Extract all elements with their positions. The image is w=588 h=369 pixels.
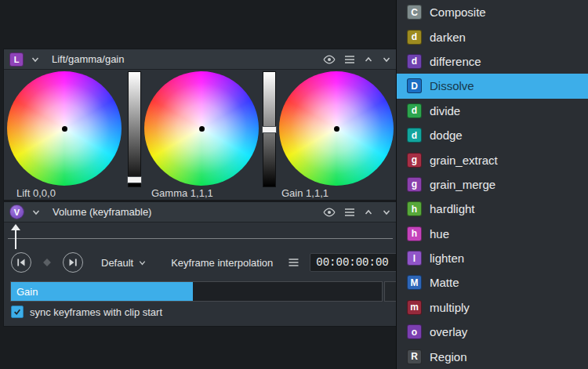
blend-mode-option[interactable]: C Composite: [397, 0, 588, 24]
keyframe-toolbar: Default Keyframe interpolation 00:00:00:…: [4, 251, 397, 273]
volume-panel: V Volume (keyframable): [3, 201, 397, 327]
add-keyframe-button[interactable]: [40, 255, 54, 270]
blend-mode-option-label: grain_extract: [430, 154, 498, 167]
keyframe-interpolation-label: Keyframe interpolation: [171, 257, 273, 269]
blend-mode-option[interactable]: M Matte: [397, 270, 588, 295]
gamma-wheel-cursor[interactable]: [199, 126, 205, 132]
blend-mode-option-label: hue: [430, 227, 449, 241]
blend-mode-option[interactable]: D Dissolve: [397, 74, 588, 98]
gamma-color-wheel[interactable]: [144, 71, 259, 186]
gain-slider-label: Gain: [16, 282, 38, 301]
gamma-level-handle[interactable]: [262, 126, 277, 133]
gain-value-label: Gain 1,1,1: [281, 187, 328, 199]
blend-mode-icon: h: [407, 201, 422, 216]
panel-title: Lift/gamma/gain: [52, 53, 125, 65]
panel-header-actions: [323, 202, 391, 222]
blend-mode-option[interactable]: g grain_extract: [397, 147, 588, 172]
volume-panel-header: V Volume (keyframable): [4, 202, 397, 222]
blend-mode-list: C Composite d darken d difference D Diss…: [396, 0, 588, 369]
lift-wheel-cursor[interactable]: [62, 126, 67, 132]
blend-mode-option-label: Composite: [430, 5, 486, 19]
blend-mode-icon: C: [407, 5, 422, 20]
chevron-up-icon[interactable]: [364, 208, 373, 217]
blend-mode-option-label: hardlight: [430, 202, 475, 215]
blend-mode-option-label: overlay: [430, 325, 467, 338]
lift-panel-header: L Lift/gamma/gain: [4, 49, 397, 70]
chevron-up-icon[interactable]: [364, 55, 373, 64]
collapse-chevron-icon[interactable]: [31, 208, 41, 217]
lift-gamma-gain-panel: L Lift/gamma/gain: [3, 49, 397, 201]
blend-mode-icon: o: [407, 324, 422, 339]
blend-mode-option[interactable]: d dodge: [397, 123, 588, 147]
blend-mode-icon: g: [407, 177, 422, 192]
collapse-chevron-icon[interactable]: [31, 55, 40, 64]
gain-color-wheel[interactable]: [279, 71, 394, 186]
blend-mode-icon: d: [407, 30, 422, 45]
sync-keyframes-label[interactable]: sync keyframes with clip start: [30, 306, 162, 318]
blend-mode-icon: h: [407, 226, 422, 241]
blend-mode-option[interactable]: l lighten: [397, 246, 588, 270]
check-icon: [13, 308, 21, 316]
interpolation-menu-icon[interactable]: [288, 258, 299, 267]
blend-mode-option[interactable]: d darken: [397, 24, 588, 49]
eye-icon[interactable]: [323, 206, 336, 219]
menu-icon[interactable]: [344, 55, 355, 64]
chevron-down-icon[interactable]: [382, 55, 391, 64]
blend-mode-option-label: dodge: [430, 128, 463, 142]
blend-mode-option-label: Region: [430, 350, 467, 364]
blend-mode-icon: d: [407, 103, 422, 118]
lift-level-slider[interactable]: [128, 71, 141, 187]
chevron-down-icon[interactable]: [382, 208, 391, 217]
effect-badge-icon: V: [9, 204, 24, 219]
blend-mode-option-label: Dissolve: [430, 79, 474, 92]
blend-mode-option[interactable]: R Region: [397, 344, 588, 368]
kdenlive-effects-screen: L Lift/gamma/gain: [0, 0, 588, 369]
ruler-line: [8, 238, 393, 239]
blend-mode-option-label: difference: [430, 55, 481, 68]
preset-select-value: Default: [101, 257, 133, 269]
lift-level-handle[interactable]: [127, 176, 142, 183]
blend-mode-option-label: Matte: [430, 276, 459, 289]
blend-mode-option-label: grain_merge: [430, 178, 495, 191]
keyframe-ruler[interactable]: [4, 223, 397, 250]
blend-mode-icon: d: [407, 128, 422, 143]
blend-mode-icon: l: [407, 251, 422, 266]
panel-header-actions: [323, 49, 391, 69]
blend-mode-icon: d: [407, 54, 422, 69]
preset-select[interactable]: Default: [101, 257, 147, 269]
menu-icon[interactable]: [344, 208, 355, 217]
playhead-marker[interactable]: [11, 224, 20, 250]
next-keyframe-button[interactable]: [63, 252, 83, 273]
blend-mode-option[interactable]: m multiply: [397, 295, 588, 320]
sync-keyframes-row: sync keyframes with clip start: [11, 306, 162, 318]
chevron-down-icon: [138, 259, 147, 267]
blend-mode-option-label: multiply: [430, 301, 470, 314]
effect-badge-icon: L: [9, 52, 24, 67]
blend-mode-option[interactable]: d difference: [397, 49, 588, 74]
blend-mode-option-label: lighten: [430, 251, 464, 265]
blend-mode-option[interactable]: d divide: [397, 99, 588, 123]
blend-mode-icon: R: [407, 349, 422, 364]
blend-mode-icon: m: [407, 300, 422, 315]
gamma-value-label: Gamma 1,1,1: [151, 187, 213, 199]
blend-mode-icon: M: [407, 275, 422, 290]
timecode-input[interactable]: 00:00:00:00: [310, 253, 397, 272]
blend-mode-icon: g: [407, 153, 422, 168]
lift-value-label: Lift 0,0,0: [16, 187, 56, 199]
blend-mode-option[interactable]: g grain_merge: [397, 172, 588, 197]
previous-keyframe-button[interactable]: [11, 252, 31, 273]
gain-slider-fill: [11, 282, 193, 301]
blend-mode-icon: D: [407, 78, 422, 93]
gain-wheel-cursor[interactable]: [334, 126, 339, 132]
lift-color-wheel[interactable]: [7, 71, 122, 186]
blend-mode-option[interactable]: h hue: [397, 222, 588, 246]
gain-slider[interactable]: Gain: [10, 281, 383, 302]
sync-keyframes-checkbox[interactable]: [11, 306, 24, 318]
blend-mode-option-label: divide: [430, 104, 460, 118]
panel-title: Volume (keyframable): [53, 206, 151, 218]
blend-mode-option[interactable]: h hardlight: [397, 197, 588, 221]
eye-icon[interactable]: [323, 53, 336, 66]
blend-mode-option[interactable]: o overlay: [397, 320, 588, 344]
blend-mode-option-label: darken: [430, 31, 466, 44]
gamma-level-slider[interactable]: [263, 71, 276, 187]
